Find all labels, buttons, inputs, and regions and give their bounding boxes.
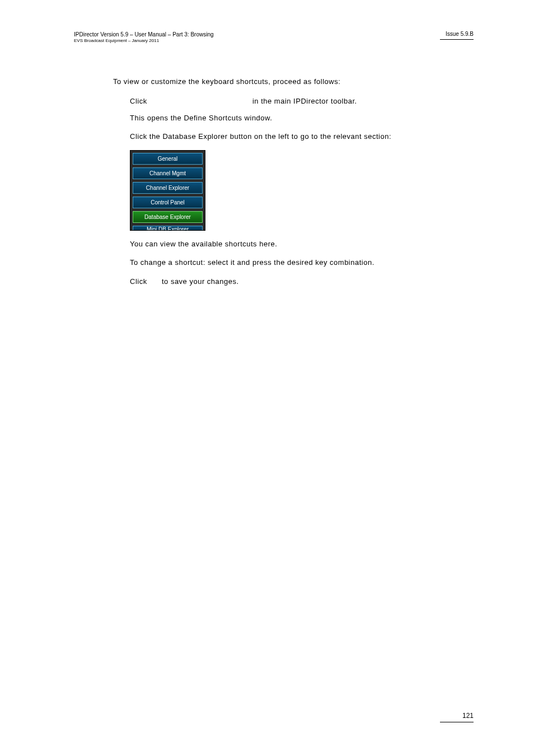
header-left: IPDirector Version 5.9 – User Manual – P… (74, 31, 214, 44)
step-2: Click the Database Explorer button on th… (113, 131, 474, 142)
intro-text: To view or customize the keyboard shortc… (113, 77, 474, 86)
footer-rule (440, 722, 474, 722)
header-title: IPDirector Version 5.9 – User Manual – P… (74, 31, 214, 38)
page-header: IPDirector Version 5.9 – User Manual – P… (74, 31, 474, 44)
shortcut-section-panel: GeneralChannel MgmtChannel ExplorerContr… (130, 150, 205, 231)
step-1: Click in the main IPDirector toolbar. Th… (113, 96, 474, 123)
header-rule (440, 39, 474, 40)
header-subtitle: EVS Broadcast Equipment – January 2011 (74, 38, 214, 44)
step1-click: Click (130, 97, 147, 105)
step5-rest: to save your changes. (162, 277, 239, 286)
step-5: Click to save your changes. (113, 276, 474, 287)
issue-label: Issue 5.9.B (440, 31, 474, 37)
step1-note: This opens the Define Shortcuts window. (130, 113, 474, 124)
step5-click: Click (130, 277, 147, 286)
panel-button-mini-db-explorer[interactable]: Mini DB Explorer (133, 226, 203, 231)
panel-button-database-explorer[interactable]: Database Explorer (133, 211, 203, 223)
content-area: To view or customize the keyboard shortc… (74, 77, 474, 287)
step1-rest: in the main IPDirector toolbar. (252, 97, 357, 105)
panel-button-channel-explorer[interactable]: Channel Explorer (133, 182, 203, 194)
step-4: To change a shortcut: select it and pres… (113, 257, 474, 268)
header-right: Issue 5.9.B (440, 31, 474, 40)
panel-button-control-panel[interactable]: Control Panel (133, 197, 203, 208)
step-3: You can view the available shortcuts her… (113, 239, 474, 250)
page-number: 121 (440, 712, 474, 720)
page-footer: 121 (440, 712, 474, 722)
panel-button-general[interactable]: General (133, 153, 203, 165)
panel-button-channel-mgmt[interactable]: Channel Mgmt (133, 167, 203, 179)
